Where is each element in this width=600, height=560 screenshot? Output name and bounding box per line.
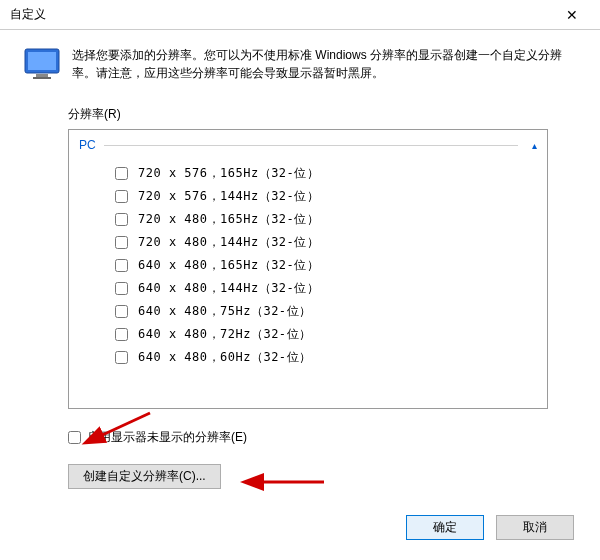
resolution-checkbox[interactable] bbox=[115, 167, 128, 180]
resolution-item[interactable]: 640 x 480，75Hz（32-位） bbox=[79, 300, 537, 323]
close-button[interactable]: ✕ bbox=[552, 1, 592, 29]
close-icon: ✕ bbox=[566, 7, 578, 23]
ok-label: 确定 bbox=[433, 520, 457, 534]
resolution-listbox[interactable]: PC ▴ 720 x 576，165Hz（32-位）720 x 576，144H… bbox=[68, 129, 548, 409]
resolution-label: 720 x 576，165Hz（32-位） bbox=[138, 165, 319, 182]
resolution-item[interactable]: 640 x 480，72Hz（32-位） bbox=[79, 323, 537, 346]
titlebar: 自定义 ✕ bbox=[0, 0, 600, 30]
resolution-section-label: 分辨率(R) bbox=[68, 106, 576, 123]
resolution-checkbox[interactable] bbox=[115, 305, 128, 318]
resolution-item[interactable]: 720 x 480，144Hz（32-位） bbox=[79, 231, 537, 254]
monitor-icon bbox=[24, 48, 60, 80]
resolution-checkbox[interactable] bbox=[115, 236, 128, 249]
svg-rect-2 bbox=[36, 74, 48, 77]
enable-hidden-row: 启用显示器未显示的分辨率(E) bbox=[68, 429, 576, 446]
resolution-checkbox[interactable] bbox=[115, 190, 128, 203]
window-title: 自定义 bbox=[10, 6, 46, 23]
resolution-checkbox[interactable] bbox=[115, 213, 128, 226]
dialog-content: 选择您要添加的分辨率。您可以为不使用标准 Windiows 分辨率的显示器创建一… bbox=[0, 30, 600, 499]
resolution-label: 720 x 480，144Hz（32-位） bbox=[138, 234, 319, 251]
intro-row: 选择您要添加的分辨率。您可以为不使用标准 Windiows 分辨率的显示器创建一… bbox=[24, 46, 576, 82]
resolution-item[interactable]: 640 x 480，144Hz（32-位） bbox=[79, 277, 537, 300]
group-name: PC bbox=[79, 138, 96, 152]
enable-hidden-checkbox[interactable] bbox=[68, 431, 81, 444]
create-custom-label: 创建自定义分辨率(C)... bbox=[83, 469, 206, 483]
resolution-label: 720 x 576，144Hz（32-位） bbox=[138, 188, 319, 205]
resolution-label: 640 x 480，72Hz（32-位） bbox=[138, 326, 312, 343]
resolution-item[interactable]: 720 x 576，144Hz（32-位） bbox=[79, 185, 537, 208]
resolution-label: 640 x 480，60Hz（32-位） bbox=[138, 349, 312, 366]
ok-button[interactable]: 确定 bbox=[406, 515, 484, 540]
cancel-button[interactable]: 取消 bbox=[496, 515, 574, 540]
resolution-label: 720 x 480，165Hz（32-位） bbox=[138, 211, 319, 228]
group-header[interactable]: PC ▴ bbox=[79, 138, 537, 152]
resolution-label: 640 x 480，165Hz（32-位） bbox=[138, 257, 319, 274]
enable-hidden-label: 启用显示器未显示的分辨率(E) bbox=[87, 429, 247, 446]
dialog-buttons: 确定 取消 bbox=[406, 515, 574, 540]
cancel-label: 取消 bbox=[523, 520, 547, 534]
resolution-item[interactable]: 640 x 480，165Hz（32-位） bbox=[79, 254, 537, 277]
intro-text: 选择您要添加的分辨率。您可以为不使用标准 Windiows 分辨率的显示器创建一… bbox=[72, 46, 576, 82]
create-custom-button[interactable]: 创建自定义分辨率(C)... bbox=[68, 464, 221, 489]
resolution-checkbox[interactable] bbox=[115, 328, 128, 341]
svg-rect-1 bbox=[28, 52, 56, 70]
resolution-item[interactable]: 720 x 576，165Hz（32-位） bbox=[79, 162, 537, 185]
svg-rect-3 bbox=[33, 77, 51, 79]
resolution-label: 640 x 480，75Hz（32-位） bbox=[138, 303, 312, 320]
resolution-item[interactable]: 640 x 480，60Hz（32-位） bbox=[79, 346, 537, 369]
resolution-label: 640 x 480，144Hz（32-位） bbox=[138, 280, 319, 297]
resolution-checkbox[interactable] bbox=[115, 259, 128, 272]
resolution-checkbox[interactable] bbox=[115, 282, 128, 295]
resolution-checkbox[interactable] bbox=[115, 351, 128, 364]
chevron-up-icon: ▴ bbox=[532, 140, 537, 151]
group-divider bbox=[104, 145, 518, 146]
resolution-item[interactable]: 720 x 480，165Hz（32-位） bbox=[79, 208, 537, 231]
